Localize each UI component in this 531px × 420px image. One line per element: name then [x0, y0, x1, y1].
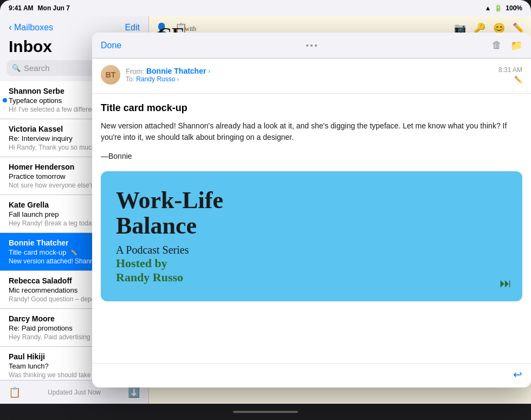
email-footer: ↩: [92, 363, 531, 387]
sender-name: Kate Grella: [9, 201, 49, 209]
podcast-card: Work-LifeBalance A Podcast Series Hosted…: [101, 171, 522, 301]
back-chevron-icon: ‹: [9, 22, 12, 33]
drag-handle: [306, 44, 317, 47]
search-icon: 🔍: [12, 64, 21, 72]
email-header: BT From: Bonnie Thatcher › To: Randy Rus…: [92, 59, 531, 94]
home-indicator: [233, 411, 298, 413]
status-bar-right: ▲ 🔋 100%: [484, 4, 522, 12]
mailboxes-label: Mailboxes: [14, 23, 53, 33]
from-line: From: Bonnie Thatcher ›: [126, 67, 493, 75]
ipad-frame: 9:41 AM Mon Jun 7 ▲ 🔋 100% ‹ Mailboxes E…: [0, 0, 531, 420]
from-label: From:: [126, 67, 144, 75]
download-icon[interactable]: ⬇️: [128, 386, 140, 398]
sender-name-modal[interactable]: Bonnie Thatcher: [146, 67, 206, 75]
mailboxes-back-button[interactable]: ‹ Mailboxes: [9, 22, 53, 33]
from-row: BT From: Bonnie Thatcher › To: Randy Rus…: [101, 65, 522, 85]
updated-text: Updated Just Now: [48, 389, 101, 396]
sender-name: Victoria Kassel: [9, 125, 63, 133]
sender-name: Homer Henderson: [9, 163, 74, 171]
sender-name: Shannon Serbe: [9, 87, 64, 95]
email-timestamp: 8:31 AM: [498, 66, 522, 74]
trash-icon[interactable]: 🗑: [492, 40, 502, 51]
email-body: Title card mock-up New version attached!…: [92, 94, 531, 363]
podcast-hosted-by: Hosted by Randy Russo: [116, 256, 507, 285]
status-bar-left: 9:41 AM Mon Jun 7: [9, 4, 70, 12]
hosted-by-name: Randy Russo: [116, 270, 183, 284]
sender-name: Darcy Moore: [9, 314, 55, 323]
reply-button[interactable]: ↩: [513, 368, 522, 381]
status-date: Mon Jun 7: [38, 4, 70, 12]
status-bar: 9:41 AM Mon Jun 7 ▲ 🔋 100%: [0, 0, 531, 16]
done-button[interactable]: Done: [101, 41, 121, 50]
modal-toolbar: Done 🗑 📁: [92, 33, 531, 59]
drag-dot: [306, 44, 308, 47]
sender-name: Rebecca Saladoff: [9, 276, 72, 285]
avatar-initials: BT: [106, 70, 116, 79]
email-modal: Done 🗑 📁 BT: [92, 33, 531, 387]
compose-icon[interactable]: 📋: [9, 386, 21, 398]
recipient-name[interactable]: Randy Russo: [136, 75, 175, 83]
avatar: BT: [101, 65, 120, 85]
sender-name: Paul Hikiji: [9, 352, 45, 361]
email-subject-modal: Title card mock-up: [101, 102, 522, 114]
drag-dot: [315, 44, 317, 47]
from-details: From: Bonnie Thatcher › To: Randy Russo …: [126, 67, 493, 83]
folder-icon[interactable]: 📁: [510, 40, 522, 51]
email-body-text: New version attached! Shannon's already …: [101, 120, 522, 143]
unread-indicator: [3, 98, 7, 102]
to-line: To: Randy Russo ›: [126, 75, 493, 83]
podcast-subtitle-a: A Podcast Series: [116, 244, 507, 256]
main-area: ‹ Mailboxes Edit Inbox 🔍 Search 🎤 Shanno…: [0, 16, 531, 404]
sender-chevron-icon: ›: [208, 68, 210, 74]
edited-indicator: ✏️: [70, 249, 77, 255]
email-signature: —Bonnie: [101, 152, 522, 160]
status-time: 9:41 AM: [9, 4, 34, 12]
play-button[interactable]: ⏭: [500, 276, 511, 290]
sender-name: Bonnie Thatcher: [9, 238, 68, 247]
hosted-by-label: Hosted by: [116, 256, 167, 270]
recipient-chevron-icon: ›: [177, 76, 179, 82]
drag-dot: [310, 44, 313, 47]
modal-right-icons: 🗑 📁: [492, 40, 522, 51]
to-label: To:: [126, 75, 134, 83]
wifi-icon: ▲: [484, 4, 491, 12]
pencil-icon: ✏️: [514, 76, 522, 83]
edit-button[interactable]: Edit: [125, 23, 140, 33]
timestamp-column: 8:31 AM ✏️: [498, 66, 522, 83]
battery-percent: 100%: [506, 4, 522, 12]
battery-icon: 🔋: [494, 4, 502, 12]
bottom-bar: [0, 404, 531, 420]
podcast-title: Work-LifeBalance: [116, 188, 507, 238]
